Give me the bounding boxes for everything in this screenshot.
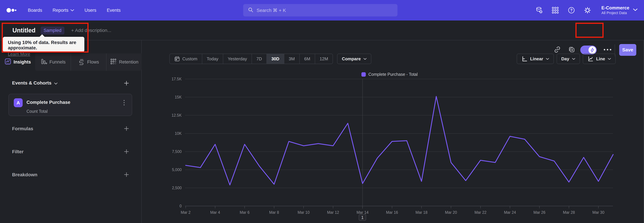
nav-item-users[interactable]: Users bbox=[84, 8, 96, 13]
svg-text:2,500: 2,500 bbox=[172, 186, 182, 190]
help-icon[interactable]: ? bbox=[568, 6, 575, 14]
svg-text:Mar 28: Mar 28 bbox=[563, 210, 575, 214]
funnels-icon bbox=[40, 58, 47, 66]
group-label: Filter bbox=[12, 149, 24, 154]
events-cohorts-label: Events & Cohorts bbox=[12, 80, 52, 86]
chevron-down-icon bbox=[633, 9, 638, 12]
svg-text:Mar 18: Mar 18 bbox=[416, 210, 428, 214]
line-chart[interactable]: Mar 2Mar 4Mar 6Mar 8Mar 10Mar 12Mar 14Ma… bbox=[142, 40, 644, 223]
svg-text:7,500: 7,500 bbox=[172, 149, 182, 154]
top-nav-bar: BoardsReportsUsersEvents Search ⌘ + K bbox=[0, 0, 644, 21]
svg-text:Mar 10: Mar 10 bbox=[298, 210, 310, 214]
svg-text:Mar 6: Mar 6 bbox=[240, 210, 250, 214]
svg-text:Mar 30: Mar 30 bbox=[592, 210, 604, 214]
svg-text:Mar 14: Mar 14 bbox=[356, 210, 368, 214]
add-formulas-button[interactable] bbox=[124, 126, 129, 131]
svg-text:Mar 8: Mar 8 bbox=[269, 210, 279, 214]
svg-text:Mar 20: Mar 20 bbox=[445, 210, 457, 214]
svg-text:17.5K: 17.5K bbox=[172, 77, 182, 81]
tab-label: Flows bbox=[87, 59, 99, 65]
project-switcher[interactable]: E-Commerce All Project Data bbox=[602, 5, 638, 15]
flows-icon bbox=[78, 58, 85, 66]
svg-text:15K: 15K bbox=[175, 95, 182, 99]
sampled-badge[interactable]: Sampled bbox=[40, 27, 64, 34]
event-name: Complete Purchase bbox=[26, 100, 70, 105]
event-options-button[interactable] bbox=[121, 99, 128, 106]
svg-text:Mar 4: Mar 4 bbox=[210, 210, 220, 214]
group-label: Formulas bbox=[12, 126, 33, 131]
insights-icon bbox=[4, 58, 12, 66]
tab-label: Insights bbox=[14, 59, 31, 65]
tab-label: Funnels bbox=[50, 59, 66, 65]
group-label: Breakdown bbox=[12, 172, 38, 177]
project-scope: All Project Data bbox=[602, 11, 630, 15]
svg-text:Mar 16: Mar 16 bbox=[386, 210, 398, 214]
svg-text:Mar 24: Mar 24 bbox=[504, 210, 516, 214]
svg-text:0: 0 bbox=[180, 204, 182, 208]
add-description-field[interactable]: + Add description... bbox=[71, 28, 111, 33]
svg-text:Mar 22: Mar 22 bbox=[474, 210, 486, 214]
nav-item-boards[interactable]: Boards bbox=[28, 8, 42, 13]
tooltip-arrow bbox=[40, 34, 45, 37]
tab-retention[interactable]: Retention bbox=[106, 53, 142, 71]
event-metric[interactable]: Count Total bbox=[26, 109, 48, 114]
add-filter-button[interactable] bbox=[124, 149, 129, 154]
chevron-down-icon bbox=[54, 80, 58, 86]
group-row-formulas: Formulas bbox=[0, 125, 142, 133]
nav-item-events[interactable]: Events bbox=[107, 8, 121, 13]
project-name: E-Commerce bbox=[602, 5, 630, 11]
add-breakdown-button[interactable] bbox=[124, 172, 129, 177]
learn-more-link[interactable]: Learn More bbox=[8, 52, 30, 57]
svg-text:?: ? bbox=[570, 8, 572, 13]
series-line bbox=[186, 96, 613, 185]
event-card[interactable]: A Complete Purchase Count Total bbox=[8, 94, 132, 116]
query-sidebar: Insights Funnels Flows bbox=[0, 40, 142, 223]
settings-gear-icon[interactable] bbox=[584, 6, 591, 14]
svg-text:Mar 26: Mar 26 bbox=[534, 210, 546, 214]
tooltip-text: Using 10% of data. Results are approxima… bbox=[8, 40, 84, 51]
mixpanel-logo-icon[interactable] bbox=[6, 7, 17, 14]
tab-label: Retention bbox=[119, 59, 138, 65]
chevron-down-icon bbox=[70, 9, 74, 12]
svg-text:Mar 2: Mar 2 bbox=[181, 210, 191, 214]
apps-grid-icon[interactable] bbox=[552, 6, 559, 14]
svg-text:5,000: 5,000 bbox=[172, 168, 182, 172]
chart-panel: CustomTodayYesterday7D30D3M6M12M Compare… bbox=[142, 40, 644, 223]
svg-text:10K: 10K bbox=[175, 131, 182, 136]
data-management-icon[interactable] bbox=[535, 6, 543, 14]
group-row-breakdown: Breakdown bbox=[0, 171, 142, 179]
events-cohorts-header[interactable]: Events & Cohorts bbox=[12, 80, 58, 86]
search-input[interactable]: Search ⌘ + K bbox=[243, 4, 398, 17]
nav-item-reports[interactable]: Reports bbox=[53, 8, 74, 13]
pagination-page-button[interactable]: 1 bbox=[359, 214, 366, 221]
group-row-filter: Filter bbox=[0, 148, 142, 156]
event-series-badge: A bbox=[14, 98, 23, 107]
add-event-button[interactable] bbox=[124, 80, 129, 86]
svg-text:12.5K: 12.5K bbox=[172, 113, 182, 118]
report-title[interactable]: Untitled bbox=[12, 27, 36, 34]
retention-icon bbox=[110, 58, 117, 66]
report-title-bar: Untitled Sampled + Add description... Sa… bbox=[0, 21, 644, 40]
search-placeholder: Search ⌘ + K bbox=[256, 8, 286, 13]
nav-menu: BoardsReportsUsersEvents bbox=[28, 8, 120, 13]
search-icon bbox=[248, 7, 254, 14]
svg-text:Mar 12: Mar 12 bbox=[327, 210, 339, 214]
nav-right-cluster: ? E-Commerce All Project Data bbox=[535, 0, 638, 21]
sampling-tooltip: Using 10% of data. Results are approxima… bbox=[3, 37, 84, 52]
